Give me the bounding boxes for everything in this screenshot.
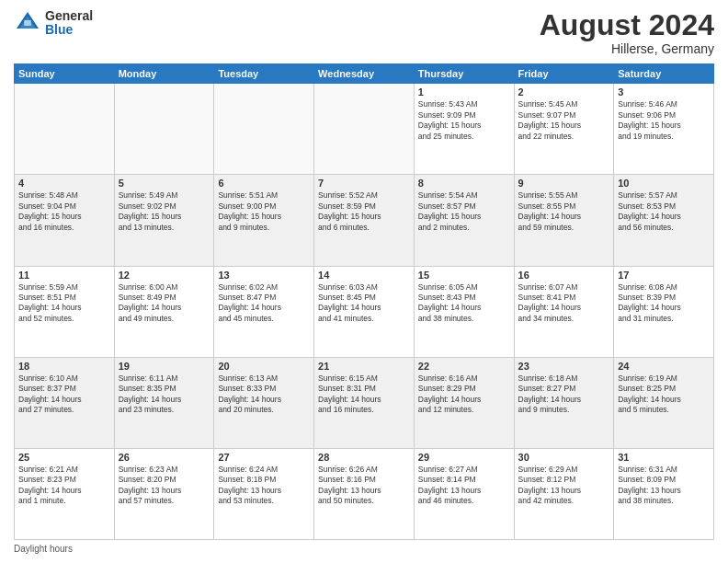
- day-info: Sunrise: 6:15 AM Sunset: 8:31 PM Dayligh…: [318, 373, 410, 416]
- day-number: 18: [18, 361, 110, 372]
- day-info: Sunrise: 6:05 AM Sunset: 8:43 PM Dayligh…: [418, 282, 510, 325]
- day-info: Sunrise: 6:07 AM Sunset: 8:41 PM Dayligh…: [518, 282, 610, 325]
- calendar-week-row: 18Sunrise: 6:10 AM Sunset: 8:37 PM Dayli…: [15, 357, 714, 448]
- day-info: Sunrise: 6:13 AM Sunset: 8:33 PM Dayligh…: [218, 373, 310, 416]
- table-row: 12Sunrise: 6:00 AM Sunset: 8:49 PM Dayli…: [114, 266, 214, 357]
- day-number: 24: [618, 361, 710, 372]
- day-info: Sunrise: 6:27 AM Sunset: 8:14 PM Dayligh…: [418, 465, 510, 507]
- day-info: Sunrise: 6:16 AM Sunset: 8:29 PM Dayligh…: [418, 373, 510, 416]
- day-number: 19: [119, 361, 210, 372]
- day-number: 8: [418, 178, 510, 189]
- table-row: 30Sunrise: 6:29 AM Sunset: 8:12 PM Dayli…: [514, 448, 614, 539]
- col-saturday: Saturday: [614, 64, 714, 84]
- col-tuesday: Tuesday: [214, 64, 314, 84]
- day-number: 21: [318, 361, 410, 372]
- day-number: 17: [618, 270, 710, 281]
- day-number: 28: [318, 452, 410, 463]
- table-row: 17Sunrise: 6:08 AM Sunset: 8:39 PM Dayli…: [614, 266, 714, 357]
- table-row: 3Sunrise: 5:46 AM Sunset: 9:06 PM Daylig…: [614, 84, 714, 175]
- day-info: Sunrise: 6:19 AM Sunset: 8:25 PM Dayligh…: [618, 373, 710, 416]
- table-row: 9Sunrise: 5:55 AM Sunset: 8:55 PM Daylig…: [514, 175, 614, 266]
- calendar-table: Sunday Monday Tuesday Wednesday Thursday…: [14, 63, 714, 540]
- table-row: 10Sunrise: 5:57 AM Sunset: 8:53 PM Dayli…: [614, 175, 714, 266]
- day-number: 1: [418, 86, 510, 98]
- logo-text: General Blue: [45, 9, 93, 38]
- day-number: 13: [218, 270, 310, 281]
- table-row: 29Sunrise: 6:27 AM Sunset: 8:14 PM Dayli…: [414, 448, 514, 539]
- day-info: Sunrise: 6:02 AM Sunset: 8:47 PM Dayligh…: [218, 282, 310, 325]
- table-row: 16Sunrise: 6:07 AM Sunset: 8:41 PM Dayli…: [514, 266, 614, 357]
- table-row: [314, 84, 415, 175]
- day-number: 15: [418, 270, 510, 281]
- day-info: Sunrise: 5:57 AM Sunset: 8:53 PM Dayligh…: [618, 190, 710, 233]
- table-row: 31Sunrise: 6:31 AM Sunset: 8:09 PM Dayli…: [614, 448, 714, 539]
- table-row: 7Sunrise: 5:52 AM Sunset: 8:59 PM Daylig…: [314, 175, 415, 266]
- table-row: 5Sunrise: 5:49 AM Sunset: 9:02 PM Daylig…: [114, 175, 214, 266]
- title-block: August 2024 Hillerse, Germany: [540, 9, 714, 56]
- table-row: 2Sunrise: 5:45 AM Sunset: 9:07 PM Daylig…: [514, 84, 614, 175]
- col-friday: Friday: [514, 64, 614, 84]
- table-row: 11Sunrise: 5:59 AM Sunset: 8:51 PM Dayli…: [15, 266, 115, 357]
- day-number: 30: [518, 452, 610, 463]
- day-number: 12: [119, 270, 210, 281]
- day-info: Sunrise: 5:48 AM Sunset: 9:04 PM Dayligh…: [18, 190, 110, 233]
- day-number: 31: [618, 452, 710, 463]
- day-info: Sunrise: 6:31 AM Sunset: 8:09 PM Dayligh…: [618, 465, 710, 507]
- table-row: 8Sunrise: 5:54 AM Sunset: 8:57 PM Daylig…: [414, 175, 514, 266]
- col-monday: Monday: [114, 64, 214, 84]
- footer-note: Daylight hours: [14, 544, 714, 554]
- table-row: 18Sunrise: 6:10 AM Sunset: 8:37 PM Dayli…: [15, 357, 115, 448]
- day-info: Sunrise: 6:08 AM Sunset: 8:39 PM Dayligh…: [618, 282, 710, 325]
- table-row: 1Sunrise: 5:43 AM Sunset: 9:09 PM Daylig…: [414, 84, 514, 175]
- day-info: Sunrise: 5:54 AM Sunset: 8:57 PM Dayligh…: [418, 190, 510, 233]
- day-info: Sunrise: 6:18 AM Sunset: 8:27 PM Dayligh…: [518, 373, 610, 416]
- day-info: Sunrise: 6:03 AM Sunset: 8:45 PM Dayligh…: [318, 282, 410, 325]
- table-row: [114, 84, 214, 175]
- calendar-week-row: 25Sunrise: 6:21 AM Sunset: 8:23 PM Dayli…: [15, 448, 714, 539]
- day-info: Sunrise: 6:10 AM Sunset: 8:37 PM Dayligh…: [18, 373, 110, 416]
- table-row: 28Sunrise: 6:26 AM Sunset: 8:16 PM Dayli…: [314, 448, 415, 539]
- day-number: 20: [218, 361, 310, 372]
- table-row: 20Sunrise: 6:13 AM Sunset: 8:33 PM Dayli…: [214, 357, 314, 448]
- day-number: 9: [518, 178, 610, 189]
- day-number: 2: [518, 86, 610, 98]
- title-month: August 2024: [540, 9, 714, 41]
- day-number: 16: [518, 270, 610, 281]
- calendar-week-row: 11Sunrise: 5:59 AM Sunset: 8:51 PM Dayli…: [15, 266, 714, 357]
- calendar-week-row: 1Sunrise: 5:43 AM Sunset: 9:09 PM Daylig…: [15, 84, 714, 175]
- page: General Blue August 2024 Hillerse, Germa…: [0, 0, 728, 563]
- day-number: 6: [218, 178, 310, 189]
- table-row: 24Sunrise: 6:19 AM Sunset: 8:25 PM Dayli…: [614, 357, 714, 448]
- table-row: 21Sunrise: 6:15 AM Sunset: 8:31 PM Dayli…: [314, 357, 415, 448]
- day-info: Sunrise: 6:00 AM Sunset: 8:49 PM Dayligh…: [119, 282, 210, 325]
- calendar-week-row: 4Sunrise: 5:48 AM Sunset: 9:04 PM Daylig…: [15, 175, 714, 266]
- col-thursday: Thursday: [414, 64, 514, 84]
- day-number: 27: [218, 452, 310, 463]
- table-row: [15, 84, 115, 175]
- day-number: 10: [618, 178, 710, 189]
- day-number: 22: [418, 361, 510, 372]
- day-info: Sunrise: 6:11 AM Sunset: 8:35 PM Dayligh…: [119, 373, 210, 416]
- day-info: Sunrise: 5:59 AM Sunset: 8:51 PM Dayligh…: [18, 282, 110, 325]
- table-row: 19Sunrise: 6:11 AM Sunset: 8:35 PM Dayli…: [114, 357, 214, 448]
- day-number: 5: [119, 178, 210, 189]
- day-info: Sunrise: 6:24 AM Sunset: 8:18 PM Dayligh…: [218, 465, 310, 507]
- day-number: 23: [518, 361, 610, 372]
- calendar-header-row: Sunday Monday Tuesday Wednesday Thursday…: [15, 64, 714, 84]
- day-info: Sunrise: 6:23 AM Sunset: 8:20 PM Dayligh…: [119, 465, 210, 507]
- day-info: Sunrise: 5:46 AM Sunset: 9:06 PM Dayligh…: [618, 99, 710, 142]
- day-info: Sunrise: 5:49 AM Sunset: 9:02 PM Dayligh…: [119, 190, 210, 233]
- logo: General Blue: [14, 9, 93, 38]
- header: General Blue August 2024 Hillerse, Germa…: [14, 9, 714, 56]
- logo-general-text: General: [45, 9, 93, 23]
- table-row: 6Sunrise: 5:51 AM Sunset: 9:00 PM Daylig…: [214, 175, 314, 266]
- svg-rect-2: [24, 20, 31, 26]
- day-number: 7: [318, 178, 410, 189]
- table-row: 14Sunrise: 6:03 AM Sunset: 8:45 PM Dayli…: [314, 266, 415, 357]
- day-number: 29: [418, 452, 510, 463]
- table-row: 15Sunrise: 6:05 AM Sunset: 8:43 PM Dayli…: [414, 266, 514, 357]
- table-row: 23Sunrise: 6:18 AM Sunset: 8:27 PM Dayli…: [514, 357, 614, 448]
- title-location: Hillerse, Germany: [540, 41, 714, 56]
- table-row: [214, 84, 314, 175]
- day-number: 25: [18, 452, 110, 463]
